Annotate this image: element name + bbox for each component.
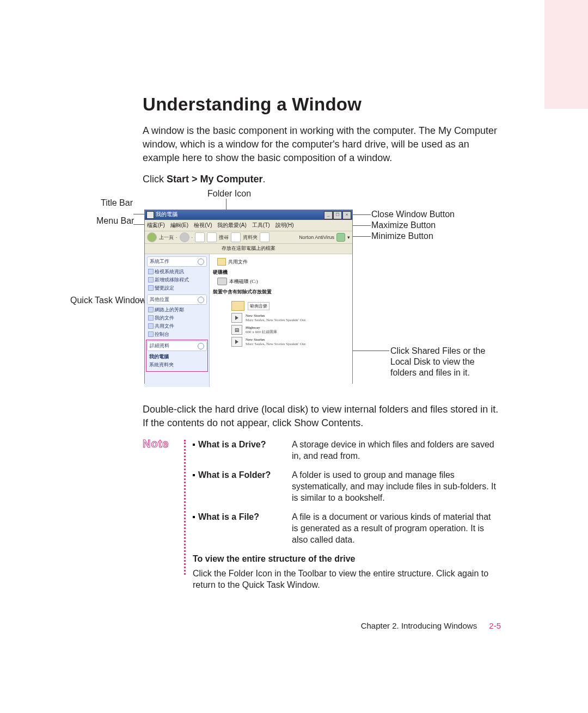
content-pane: 共用文件 硬碟機 本機磁碟 (C:) 裝置中含有卸除式存放裝置 範例音樂 New… — [210, 254, 352, 387]
side-g3[interactable]: 詳細資料 — [150, 342, 169, 349]
side-item[interactable]: 我的文件 — [147, 314, 207, 322]
side-item[interactable]: 控制台 — [147, 330, 207, 339]
footer-page-number: 2-5 — [489, 621, 501, 630]
folder-icon[interactable] — [231, 301, 244, 311]
media-icon — [231, 313, 242, 323]
file-meta: 600 x 600 紅綠圖庫 — [246, 330, 277, 334]
maximize-button[interactable]: □ — [333, 211, 342, 219]
note-term: What is a Drive? — [198, 440, 266, 449]
window-toolbar[interactable]: 上一頁 · · 搜尋 資料夾 Norton AntiVirus ▾ — [145, 231, 352, 244]
callout-title-bar: Title Bar — [101, 198, 133, 208]
side-item[interactable]: 新增或移除程式 — [147, 276, 207, 284]
note-label: Note — [143, 438, 169, 450]
callout-minimize: Minimize Button — [371, 231, 433, 241]
callout-menu-bar: Menu Bar — [96, 216, 134, 226]
note-term: What is a Folder? — [198, 470, 271, 480]
folder-icon[interactable] — [217, 258, 226, 266]
side-item[interactable]: 共用文件 — [147, 322, 207, 330]
side-g3-sub: 系統資料夾 — [147, 361, 207, 371]
note-def: A storage device in which files and fold… — [292, 439, 498, 462]
instruction-bold: Start > My Computer — [167, 174, 263, 185]
menu-file[interactable]: 檔案(F) — [147, 222, 165, 229]
note-dotted-rule — [184, 440, 186, 575]
window-diagram: Folder Icon Title Bar Menu Bar Quick Tas… — [83, 188, 513, 389]
removable-header: 裝置中含有卸除式存放裝置 — [213, 288, 349, 296]
note-def: A folder is used to group and manage fil… — [292, 469, 498, 503]
side-item[interactable]: 網路上的芳鄰 — [147, 306, 207, 314]
menu-fav[interactable]: 我的最愛(A) — [217, 222, 246, 229]
note-subpara: Click the Folder Icon in the Toolbar to … — [193, 568, 498, 591]
side-item[interactable]: 變更設定 — [147, 284, 207, 292]
file-meta: Marc Seales, New Stories Speakin' Out — [246, 342, 305, 346]
window-title-text: 我的電腦 — [156, 211, 177, 218]
page-title: Understanding a Window — [143, 94, 362, 115]
note-body: What is a Drive? A storage device in whi… — [193, 439, 498, 591]
close-button[interactable]: × — [342, 211, 351, 219]
menu-edit[interactable]: 編輯(E) — [170, 222, 188, 229]
go-icon[interactable] — [336, 233, 345, 242]
address-caption: 存放在這部電腦上的檔案 — [145, 244, 352, 254]
chapter-tab — [529, 0, 588, 65]
media-icon — [231, 337, 242, 347]
note-term: What is a File? — [198, 512, 259, 521]
my-computer-window-screenshot: 我的電腦 _ □ × 檔案(F) 編輯(E) 檢視(V) 我的最愛(A) 工具(… — [144, 210, 353, 384]
window-menubar[interactable]: 檔案(F) 編輯(E) 檢視(V) 我的最愛(A) 工具(T) 說明(H) — [145, 220, 352, 231]
file-name: New Stories — [246, 337, 265, 342]
instruction-post: . — [263, 174, 266, 185]
norton-label: Norton AntiVirus — [299, 235, 334, 240]
side-item[interactable]: 檢視系統資訊 — [147, 268, 207, 276]
callout-quick-task: Quick Task Window — [70, 296, 146, 305]
forward-icon[interactable] — [180, 232, 189, 242]
drives-header: 硬碟機 — [213, 269, 349, 276]
note-row: What is a File? A file is a document or … — [193, 511, 498, 545]
instruction-line: Click Start > My Computer. — [143, 174, 266, 185]
menu-view[interactable]: 檢視(V) — [194, 222, 212, 229]
file-name: Highway — [246, 325, 260, 330]
body-paragraph: Double-click the hard drive (local disk)… — [143, 403, 505, 430]
folders-label: 資料夾 — [243, 234, 258, 241]
drive-c[interactable]: 本機磁碟 (C:) — [229, 278, 258, 285]
callout-folder-icon: Folder Icon — [207, 189, 251, 199]
chevron-icon[interactable] — [198, 259, 204, 265]
minimize-button[interactable]: _ — [324, 211, 333, 219]
up-icon[interactable] — [195, 232, 205, 242]
search-icon[interactable] — [207, 232, 217, 242]
system-icon — [146, 211, 154, 219]
note-def: A file is a document or various kinds of… — [292, 511, 498, 545]
instruction-pre: Click — [143, 174, 167, 185]
note-subhead: To view the entire structure of the driv… — [193, 553, 498, 564]
chevron-icon[interactable] — [198, 297, 204, 303]
sample-folder[interactable]: 範例音樂 — [248, 302, 270, 310]
file-meta: Marc Seales, New Stories Speakin' Out — [246, 318, 305, 322]
intro-paragraph: A window is the basic component in worki… — [143, 124, 505, 165]
side-g1[interactable]: 系統工作 — [150, 258, 169, 265]
chevron-icon[interactable] — [198, 343, 204, 349]
menu-tools[interactable]: 工具(T) — [252, 222, 270, 229]
side-g2[interactable]: 其他位置 — [150, 296, 169, 303]
shared-docs[interactable]: 共用文件 — [228, 259, 248, 266]
file-row[interactable]: New StoriesMarc Seales, New Stories Spea… — [231, 313, 349, 323]
footer-chapter: Chapter 2. Introducing Windows — [361, 621, 477, 630]
file-row[interactable]: New StoriesMarc Seales, New Stories Spea… — [231, 337, 349, 347]
callout-close: Close Window Button — [371, 210, 455, 219]
back-icon[interactable] — [147, 232, 157, 242]
task-pane: 系統工作 檢視系統資訊 新增或移除程式 變更設定 其他位置 網路上的芳鄰 我的文… — [145, 254, 210, 387]
folders-icon[interactable] — [231, 232, 241, 242]
image-icon: ▤ — [231, 325, 242, 335]
file-row[interactable]: ▤ Highway600 x 600 紅綠圖庫 — [231, 325, 349, 335]
file-name: New Stories — [246, 314, 265, 318]
side-g3-title: 我的電腦 — [147, 352, 207, 361]
menu-help[interactable]: 說明(H) — [275, 222, 294, 229]
search-label: 搜尋 — [219, 234, 229, 241]
note-row: What is a Folder? A folder is used to gr… — [193, 469, 498, 503]
window-titlebar: 我的電腦 _ □ × — [145, 210, 352, 220]
views-icon[interactable] — [260, 232, 270, 242]
callout-shared-tip: Click Shared Files or the Local Disk to … — [390, 346, 494, 378]
page-footer: Chapter 2. Introducing Windows 2-5 — [0, 621, 588, 630]
callout-maximize: Maximize Button — [371, 220, 436, 230]
note-row: What is a Drive? A storage device in whi… — [193, 439, 498, 462]
drive-icon[interactable] — [217, 278, 227, 285]
back-label: 上一頁 — [159, 234, 174, 241]
